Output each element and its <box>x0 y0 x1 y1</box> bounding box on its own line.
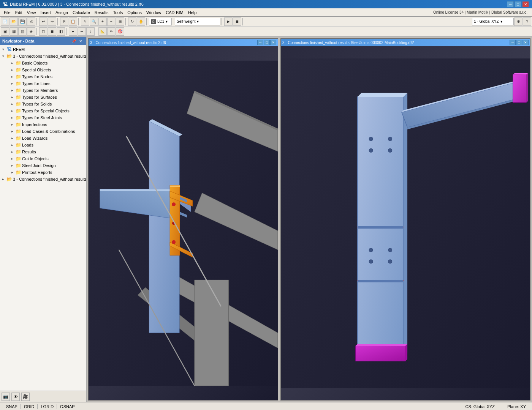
tree-expand-loads[interactable]: ▸ <box>9 142 15 148</box>
tree-expand-imperfections[interactable]: ▸ <box>9 121 15 128</box>
tree-expand-results[interactable]: ▸ <box>9 149 15 155</box>
rotate-button[interactable]: ↻ <box>128 17 136 26</box>
vp-right-maximize[interactable]: □ <box>516 40 522 45</box>
new-button[interactable]: 📄 <box>1 17 9 26</box>
pan-button[interactable]: ✋ <box>137 17 145 26</box>
cs-dropdown[interactable]: 1 - Global XYZ ▾ <box>472 18 514 25</box>
settings-button[interactable]: ⚙ <box>514 17 522 26</box>
nav-eye-button[interactable]: 👁 <box>11 393 20 401</box>
show-nodes[interactable]: ● <box>69 27 77 36</box>
vp-left-close[interactable]: ✕ <box>270 40 276 45</box>
tree-expand-special_obj[interactable]: ▸ <box>9 108 15 114</box>
zoom-button[interactable]: 🔍 <box>90 17 98 26</box>
tree-item-solids[interactable]: ▸📁Types for Solids <box>0 101 86 107</box>
vp-left-maximize[interactable]: □ <box>264 40 270 45</box>
menu-item-insert[interactable]: Insert <box>38 9 53 16</box>
undo-button[interactable]: ↩ <box>39 17 48 26</box>
tree-item-load_cases[interactable]: ▸📁Load Cases & Combinations <box>0 128 86 135</box>
menu-item-window[interactable]: Window <box>144 9 163 16</box>
menu-item-results[interactable]: Results <box>92 9 111 16</box>
copy-button[interactable]: ⎘ <box>60 17 68 26</box>
redo-button[interactable]: ↪ <box>48 17 56 26</box>
tree-item-steel_joints[interactable]: ▸📁Types for Steel Joints <box>0 114 86 121</box>
tree-item-members[interactable]: ▸📁Types for Members <box>0 87 86 94</box>
tree-expand-rfem[interactable]: ▾ <box>0 46 6 52</box>
tree-item-surfaces[interactable]: ▸📁Types for Surfaces <box>0 94 86 101</box>
tree-expand-members[interactable]: ▸ <box>9 87 15 93</box>
nav-camera-button[interactable]: 📷 <box>2 393 10 401</box>
tree-expand-surfaces[interactable]: ▸ <box>9 94 15 100</box>
menu-item-assign[interactable]: Assign <box>53 9 70 16</box>
close-button[interactable]: ✕ <box>522 1 529 7</box>
vp-right-minimize[interactable]: ─ <box>510 40 516 45</box>
tree-item-conn1[interactable]: ▾📂3 - Connections finished_without resul… <box>0 53 86 60</box>
tree-item-load_wizards[interactable]: ▸📁Load Wizards <box>0 135 86 142</box>
vp-left-minimize[interactable]: ─ <box>257 40 263 45</box>
measure-tool[interactable]: 📐 <box>98 27 107 36</box>
view-iso[interactable]: ◈ <box>27 27 35 36</box>
tree-item-results[interactable]: ▸📁Results <box>0 148 86 155</box>
tree-item-special_obj[interactable]: ▸📁Types for Special Objects <box>0 107 86 114</box>
tree-expand-load_cases[interactable]: ▸ <box>9 128 15 134</box>
tree-expand-printout[interactable]: ▸ <box>9 169 15 175</box>
tree-item-basic[interactable]: ▸📁Basic Objects <box>0 60 86 66</box>
tree-expand-special[interactable]: ▸ <box>9 67 15 73</box>
tree-item-steel_joint[interactable]: ▸📁Steel Joint Design <box>0 162 86 169</box>
tree-expand-steel_joints[interactable]: ▸ <box>9 115 15 121</box>
tree-item-special[interactable]: ▸📁Special Objects <box>0 66 86 73</box>
render-wire[interactable]: ◻ <box>39 27 48 36</box>
tree-item-conn2[interactable]: ▸📂3 - Connections finished_without resul… <box>0 176 86 183</box>
snap-tool[interactable]: 🎯 <box>116 27 124 36</box>
tree-expand-steel_joint[interactable]: ▸ <box>9 162 15 169</box>
vp-right-close[interactable]: ✕ <box>522 40 529 45</box>
print-button[interactable]: 🖨 <box>27 17 35 26</box>
render-trans[interactable]: ◧ <box>57 27 65 36</box>
menu-item-view[interactable]: View <box>25 9 38 16</box>
help-button[interactable]: ? <box>523 17 531 26</box>
tree-expand-basic[interactable]: ▸ <box>9 60 15 66</box>
tree-item-rfem[interactable]: ▾🏗RFEM <box>0 46 86 53</box>
tree-item-printout[interactable]: ▸📁Printout Reports <box>0 169 86 176</box>
view-front[interactable]: ▣ <box>1 27 9 36</box>
nav-video-button[interactable]: 🎥 <box>21 393 30 401</box>
status-grid[interactable]: GRID <box>21 404 38 409</box>
menu-item-file[interactable]: File <box>2 9 13 16</box>
lc-dropdown[interactable]: G LC1 ▾ <box>149 18 172 25</box>
stop-button[interactable]: ⏹ <box>233 17 241 26</box>
tree-expand-guide_obj[interactable]: ▸ <box>9 156 15 162</box>
zoom-out-button[interactable]: − <box>107 17 116 26</box>
tree-item-loads[interactable]: ▸📁Loads <box>0 142 86 148</box>
play-button[interactable]: ▶ <box>224 17 233 26</box>
select-button[interactable]: ↖ <box>81 17 89 26</box>
viewport-left-canvas[interactable] <box>89 46 278 400</box>
tree-item-imperfections[interactable]: ▸📁Imperfections <box>0 121 86 128</box>
tree-item-guide_obj[interactable]: ▸📁Guide Objects <box>0 155 86 162</box>
show-members[interactable]: ━ <box>78 27 86 36</box>
tree-expand-solids[interactable]: ▸ <box>9 101 15 107</box>
tree-item-lines[interactable]: ▸📁Types for Lines <box>0 80 86 87</box>
tree-expand-load_wizards[interactable]: ▸ <box>9 135 15 141</box>
view-side[interactable]: ▦ <box>10 27 18 36</box>
viewport-right-canvas[interactable] <box>281 46 530 400</box>
menu-item-tools[interactable]: Tools <box>111 9 125 16</box>
save-button[interactable]: 💾 <box>18 17 27 26</box>
zoom-fit-button[interactable]: ⊞ <box>116 17 124 26</box>
minimize-button[interactable]: ─ <box>507 1 514 7</box>
tree-expand-lines[interactable]: ▸ <box>9 80 15 87</box>
menu-item-options[interactable]: Options <box>125 9 144 16</box>
view-top[interactable]: ▥ <box>18 27 27 36</box>
load-case-dropdown[interactable]: Self-weight ▾ <box>175 18 220 25</box>
tree-expand-conn1[interactable]: ▾ <box>0 53 6 59</box>
menu-item-edit[interactable]: Edit <box>13 9 25 16</box>
menu-item-cad-bim[interactable]: CAD-BIM <box>163 9 185 16</box>
status-snap[interactable]: SNAP <box>3 404 21 409</box>
tree-item-nodes[interactable]: ▸📁Types for Nodes <box>0 73 86 80</box>
paste-button[interactable]: 📋 <box>69 17 77 26</box>
render-solid[interactable]: ◼ <box>48 27 56 36</box>
show-loads[interactable]: ↓ <box>86 27 95 36</box>
tree-expand-nodes[interactable]: ▸ <box>9 74 15 80</box>
menu-item-calculate[interactable]: Calculate <box>70 9 92 16</box>
open-button[interactable]: 📂 <box>10 17 18 26</box>
status-osnap[interactable]: OSNAP <box>57 404 78 409</box>
menu-item-help[interactable]: Help <box>186 9 199 16</box>
